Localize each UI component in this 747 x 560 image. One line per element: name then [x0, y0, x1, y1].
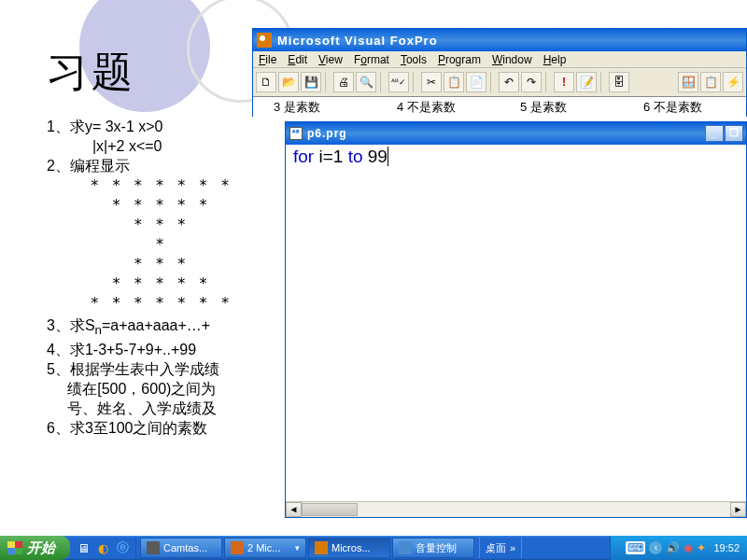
result: 4 不是素数 [376, 99, 500, 117]
toolbar: 🗋 📂 💾 🖨 🔍 ᴬᴮ✓ ✂ 📋 📄 ↶ ↷ ! 📝 🗄 🪟 📋 ⚡ [253, 68, 746, 96]
task-label: 2 Mic... [247, 542, 280, 553]
system-tray: ⌨ ‹ 🔊 ◉ ✦ 19:52 [610, 536, 747, 560]
doc-icon: ᴬᴮ [289, 127, 303, 140]
start-label: 开始 [27, 539, 55, 557]
window-buttons: _ ❐ [704, 125, 743, 142]
undo-button[interactable]: ↶ [499, 72, 519, 92]
file-title: p6.prg [307, 127, 347, 140]
modify-button[interactable]: 📝 [576, 72, 597, 92]
autoform-button[interactable]: ⚡ [723, 72, 743, 92]
volume-icon[interactable]: 🔊 [666, 541, 680, 554]
cut-button[interactable]: ✂ [421, 72, 442, 92]
print-button[interactable]: 🖨 [333, 72, 354, 92]
start-button[interactable]: 开始 [0, 536, 70, 560]
app-icon [147, 541, 160, 554]
task-camtasia[interactable]: Camtas... [140, 538, 222, 558]
code-text: 99 [363, 147, 388, 166]
menu-edit[interactable]: Edit [288, 53, 307, 66]
code-text: i=1 [314, 147, 347, 166]
preview-button[interactable]: 🔍 [356, 72, 376, 92]
text-cursor [388, 147, 388, 166]
redo-button[interactable]: ↷ [521, 72, 542, 92]
menu-format[interactable]: Format [354, 53, 389, 66]
menu-tools[interactable]: Tools [401, 53, 427, 66]
output-row: 3 是素数 4 不是素数 5 是素数 6 不是素数 [253, 96, 746, 117]
database-button[interactable]: 🗄 [609, 72, 629, 92]
separator [413, 72, 417, 92]
ime-icon[interactable]: ⌨ [626, 541, 645, 554]
quick-launch: 🖥 ◐ ⓔ [70, 539, 135, 556]
show-desktop-icon[interactable]: 🖥 [75, 539, 92, 556]
app-icon [231, 541, 244, 554]
titlebar[interactable]: Microsoft Visual FoxPro [253, 29, 746, 51]
taskbar: 开始 🖥 ◐ ⓔ Camtas... 2 Mic... ▾ Micros... … [0, 536, 747, 560]
new-button[interactable]: 🗋 [256, 72, 276, 92]
ie-icon[interactable]: ⓔ [114, 539, 131, 556]
media-player-icon[interactable]: ◐ [94, 539, 111, 556]
result: 3 是素数 [253, 99, 376, 117]
scroll-right-button[interactable]: ► [730, 502, 746, 517]
window-button[interactable]: 🪟 [678, 72, 698, 92]
maximize-button[interactable]: ❐ [725, 125, 743, 142]
tray-icon[interactable]: ◉ [684, 541, 693, 554]
windows-icon [7, 541, 22, 554]
task-label: Micros... [331, 542, 371, 553]
paste-button[interactable]: 📄 [466, 72, 486, 92]
menu-view[interactable]: View [318, 53, 343, 66]
foxpro-icon [257, 33, 272, 48]
menubar: File Edit View Format Tools Program Wind… [253, 51, 746, 68]
separator [600, 72, 605, 92]
separator [380, 72, 385, 92]
volume-icon [399, 541, 412, 554]
minimize-button[interactable]: _ [705, 125, 724, 142]
keyword-for: for [293, 147, 314, 166]
task-mic-group[interactable]: 2 Mic... ▾ [224, 538, 306, 558]
task-label: Camtas... [163, 542, 207, 553]
tray-chevron-icon[interactable]: ‹ [649, 541, 662, 554]
clock[interactable]: 19:52 [713, 542, 740, 553]
menu-help[interactable]: Help [543, 53, 567, 66]
titlebar[interactable]: ᴬᴮ p6.prg _ ❐ [286, 122, 746, 145]
spellcheck-button[interactable]: ᴬᴮ✓ [388, 72, 409, 92]
task-volume[interactable]: 音量控制 [392, 538, 474, 558]
tray-icon[interactable]: ✦ [697, 541, 706, 554]
foxpro-icon [315, 541, 328, 554]
chevron-icon: » [510, 542, 515, 553]
task-foxpro[interactable]: Micros... [308, 538, 390, 558]
separator [325, 72, 330, 92]
form-button[interactable]: 📋 [700, 72, 721, 92]
separator [545, 72, 550, 92]
desktop-toolbar[interactable]: 桌面 » [479, 538, 522, 558]
menu-program[interactable]: Program [438, 53, 481, 66]
code-window[interactable]: ᴬᴮ p6.prg _ ❐ for i=1 to 99 ◄ ► [285, 121, 747, 518]
horizontal-scrollbar[interactable]: ◄ ► [286, 501, 746, 517]
task-label: 音量控制 [416, 541, 457, 555]
open-button[interactable]: 📂 [278, 72, 299, 92]
save-button[interactable]: 💾 [301, 72, 321, 92]
separator [135, 538, 139, 558]
chevron-down-icon: ▾ [295, 543, 300, 553]
desktop-label: 桌面 [486, 541, 506, 555]
keyword-to: to [348, 147, 363, 166]
separator [490, 72, 495, 92]
foxpro-window[interactable]: Microsoft Visual FoxPro File Edit View F… [252, 28, 747, 117]
result: 6 不是素数 [623, 99, 746, 117]
menu-file[interactable]: File [259, 53, 276, 66]
code-editor[interactable]: for i=1 to 99 [286, 145, 746, 497]
window-title: Microsoft Visual FoxPro [277, 34, 438, 48]
run-button[interactable]: ! [554, 72, 574, 92]
scroll-track[interactable] [302, 502, 730, 517]
result: 5 是素数 [500, 99, 623, 117]
menu-window[interactable]: Window [492, 53, 532, 66]
scroll-thumb[interactable] [302, 503, 358, 516]
scroll-left-button[interactable]: ◄ [286, 502, 302, 517]
copy-button[interactable]: 📋 [444, 72, 464, 92]
